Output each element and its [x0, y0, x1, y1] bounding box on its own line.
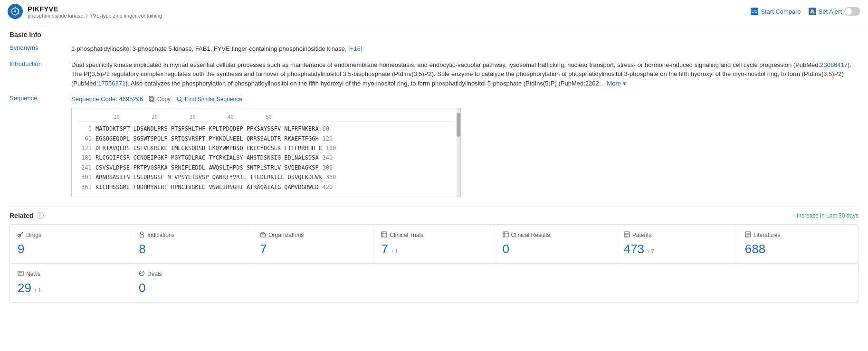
sequence-line: 301ARNRSASITN LSLDRSGSF M VPSYETSVSP QAN… [78, 172, 454, 182]
synonyms-more-link[interactable]: [+16] [348, 45, 362, 52]
seq-end-num: 420 [323, 182, 333, 192]
seq-amino: DFRTAVQLRS LSTVLKRLKE IMEGKSQDSD LKQYWMP… [95, 143, 322, 153]
seq-start-num: 301 [78, 172, 92, 182]
sequence-scrollbar[interactable] [457, 108, 460, 197]
set-alert-button[interactable]: 🔔 Set Alert [809, 8, 842, 15]
sequence-header: Sequence Code: 4695296 Copy Find Similar… [71, 95, 858, 104]
synonyms-value: 1-phosphatidylinositol 3-phosphate 5-kin… [71, 44, 858, 54]
pubmed1-link[interactable]: 23086417 [820, 61, 848, 68]
find-similar-button[interactable]: Find Similar Sequence [176, 96, 242, 103]
stats-row-1: Drugs 9 Indications 8 Organizations 7 [10, 224, 858, 264]
stat-label: News [18, 270, 123, 278]
stat-value-wrap: 7 [260, 242, 365, 256]
sequence-line: 181RLCGQIFCSR CCNQEIPGKF MGYTGDLRAC TYCR… [78, 153, 454, 162]
find-similar-label: Find Similar Sequence [185, 96, 242, 103]
copy-button[interactable]: Copy [149, 96, 171, 103]
increase-arrow: ↑ [792, 212, 795, 219]
svg-rect-14 [503, 232, 508, 237]
stat-badge: ↑ 1 [34, 287, 41, 293]
stat-value: 7 [260, 242, 267, 256]
start-compare-button[interactable]: UC Start Compare [751, 8, 801, 15]
stat-label-text: Organizations [268, 232, 304, 238]
seq-end-num: 120 [323, 134, 333, 143]
stat-value-wrap: 29 ↑ 1 [18, 281, 123, 295]
seq-amino: RLCGQIFCSR CCNQEIPGKF MGYTGDLRAC TYCRKIA… [95, 153, 319, 162]
stat-label: Deals [139, 270, 245, 278]
alert-toggle[interactable] [844, 7, 860, 16]
stat-label: Indications [139, 231, 244, 239]
stat-value-wrap: 473 ↑ 7 [624, 242, 729, 256]
compare-icon: UC [751, 8, 758, 15]
svg-rect-11 [382, 232, 387, 237]
stat-label-text: Clinical Trials [390, 232, 423, 238]
synonyms-row: Synonyms 1-phosphatidylinositol 3-phosph… [10, 44, 858, 54]
stat-value: 8 [139, 242, 145, 256]
stat-cell[interactable]: Organizations 7 [252, 225, 373, 263]
sequence-row: Sequence Sequence Code: 4695296 Copy [10, 95, 858, 197]
sequence-line: 61EGGQGEQQPL SGSWTSPQLP SRTQSVRSPT PYKKQ… [78, 134, 454, 143]
svg-point-8 [141, 232, 143, 235]
stat-label: Patents [624, 231, 729, 239]
svg-line-5 [181, 100, 182, 102]
copy-icon [149, 96, 155, 103]
synonyms-label: Synonyms [10, 44, 71, 54]
svg-rect-25 [18, 271, 23, 275]
seq-amino: ARNRSASITN LSLDRSGSF M VPSYETSVSP QANRTY… [95, 172, 322, 182]
stat-cell[interactable]: Clinical Results 0 [495, 225, 616, 263]
sequence-line: 1MATDDKTSPT LDSANDLPRS PTSPSHLTHF KPLTPD… [78, 124, 454, 133]
stat-cell[interactable]: News 29 ↑ 1 [10, 264, 131, 302]
stat-value-wrap: 688 [745, 242, 850, 256]
pubmed2-link[interactable]: 17556371 [98, 80, 125, 87]
copy-label: Copy [157, 96, 171, 103]
find-similar-icon [176, 96, 183, 103]
stat-cell[interactable]: Literatures 688 [737, 225, 858, 263]
stat-value-wrap: 8 [139, 242, 244, 256]
stat-label: Organizations [260, 231, 365, 239]
header-right: UC Start Compare 🔔 Set Alert [751, 7, 860, 16]
related-info-icon[interactable]: i [37, 212, 44, 219]
stat-label-text: Patents [632, 232, 652, 238]
introduction-row: Introduction Dual specificity kinase imp… [10, 60, 858, 88]
gene-name: PIKFYVE [28, 5, 162, 13]
increase-label: ↑ Increase in Last 30 days [792, 212, 858, 219]
alert-icon: 🔔 [809, 8, 816, 15]
set-alert-label: Set Alert [819, 8, 842, 15]
sequence-line: 241CSVSVLDPSE PRTPVGSRKA SRNIFLEDDL AWQS… [78, 163, 454, 172]
stat-cell[interactable]: Patents 473 ↑ 7 [616, 225, 737, 263]
stat-label-text: Literatures [754, 232, 781, 238]
increase-text-label: Increase in Last 30 days [797, 212, 858, 219]
header-title-group: PIKFYVE phosphoinositide kinase, FYVE-ty… [28, 5, 162, 19]
stat-value-wrap: 7 ↑ 1 [381, 242, 486, 256]
stat-value: 0 [139, 281, 145, 295]
stat-label-text: Indications [147, 232, 174, 238]
seq-amino: EGGQGEQQPL SGSWTSPQLP SRTQSVRSPT PYKKQLN… [95, 134, 319, 143]
sequence-value: Sequence Code: 4695296 Copy Find Similar… [71, 95, 858, 197]
svg-point-28 [140, 271, 144, 275]
stat-cell[interactable]: Indications 8 [131, 225, 252, 263]
header-left: PIKFYVE phosphoinositide kinase, FYVE-ty… [8, 4, 162, 19]
seq-amino: KICHHSSGME FQDHRYWLRT HPNCIVGKEL VNWLIRN… [95, 182, 319, 192]
drug-icon [18, 231, 24, 239]
stat-value: 688 [745, 242, 765, 256]
sequence-ruler: 10 20 30 40 50 [78, 113, 454, 123]
sequence-lines: 1MATDDKTSPT LDSANDLPRS PTSPSHLTHF KPLTPD… [78, 124, 454, 192]
seq-start-num: 361 [78, 182, 92, 192]
stat-badge: ↑ 7 [647, 248, 654, 254]
stat-cell[interactable]: Drugs 9 [10, 225, 131, 263]
stat-cell[interactable]: Deals 0 [131, 264, 252, 302]
app-logo [8, 4, 23, 19]
related-title-text: Related [10, 212, 34, 219]
introduction-more-link[interactable]: More ▾ [607, 80, 626, 87]
basic-info-title: Basic Info [10, 31, 858, 38]
seq-start-num: 61 [78, 134, 92, 143]
sequence-code[interactable]: Sequence Code: 4695296 [71, 95, 143, 104]
svg-point-1 [14, 10, 16, 12]
start-compare-label: Start Compare [761, 8, 801, 15]
synonyms-text: 1-phosphatidylinositol 3-phosphate 5-kin… [71, 45, 347, 52]
stat-cell[interactable]: Clinical Trials 7 ↑ 1 [373, 225, 495, 263]
stat-label: Clinical Results [503, 231, 608, 239]
lit-icon [745, 231, 751, 239]
seq-end-num: 360 [326, 172, 336, 182]
sequence-line: 361KICHHSSGME FQDHRYWLRT HPNCIVGKEL VNWL… [78, 182, 454, 192]
svg-rect-3 [149, 96, 153, 101]
